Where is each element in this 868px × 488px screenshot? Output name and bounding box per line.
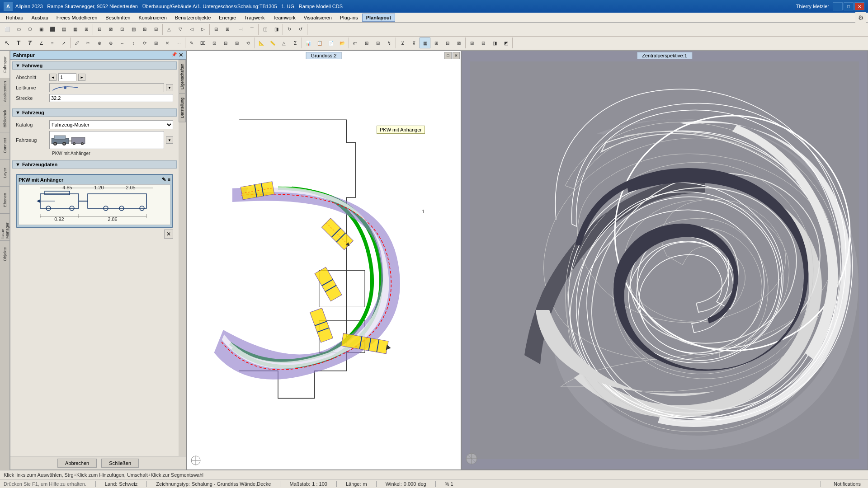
tb-aendern-2[interactable]: ✂ [83, 38, 94, 48]
vehicle-edit-icon[interactable]: ✎ [162, 177, 166, 183]
tb-aendern-1[interactable]: 🖊 [71, 38, 82, 48]
left-tab-ebenen[interactable]: Ebenen [0, 186, 9, 213]
tb-ansichten-1[interactable]: ◫ [259, 24, 270, 35]
menu-ausbau[interactable]: Ausbau [28, 14, 52, 22]
left-tab-assistenten[interactable]: Assistenten [0, 78, 9, 105]
tb-filter-6[interactable]: ⊠ [453, 38, 464, 48]
tb-attr-2[interactable]: ⊞ [361, 38, 372, 48]
tb-ansichten-2[interactable]: ◨ [271, 24, 282, 35]
tb-filter-3[interactable]: ▦ [420, 38, 430, 48]
tb-dach-4[interactable]: ▷ [198, 24, 208, 35]
tb-oeff-2[interactable]: ⊠ [105, 24, 116, 35]
tb-aendern-7[interactable]: ⟳ [139, 38, 150, 48]
tb-filter-2[interactable]: ⊼ [408, 38, 419, 48]
tb-update-1[interactable]: ↻ [284, 24, 295, 35]
tb-bearb-1[interactable]: ✎ [186, 38, 197, 48]
menu-planlayout[interactable]: Planlayout [362, 14, 396, 22]
minimize-button[interactable]: — [833, 2, 843, 10]
tb-schnell-4[interactable]: ∠ [36, 38, 47, 48]
viewport-2d[interactable]: Grundriss:2 □ ✕ PKW mit Anhänger [186, 51, 461, 470]
panel-tab-eigenschaften[interactable]: Eigenschaften [179, 60, 186, 94]
tb-gelaender-2[interactable]: ⊤ [246, 24, 257, 35]
fahrweg-section-header[interactable]: ▼ Fahrweg [12, 61, 177, 70]
abschnitt-prev-button[interactable]: ◄ [49, 74, 57, 81]
tb-ausw-3[interactable]: 📄 [326, 38, 336, 48]
tb-ausw-1[interactable]: 📊 [303, 38, 314, 48]
tb-oeff-3[interactable]: ⊡ [117, 24, 127, 35]
tb-oeff-4[interactable]: ▧ [128, 24, 139, 35]
tb-filter-5[interactable]: ⊟ [442, 38, 453, 48]
tb-aendern-10[interactable]: ⋯ [173, 38, 184, 48]
viewport-3d[interactable]: Zentralperspektive:1 [461, 51, 868, 470]
tb-aendern-3[interactable]: ⊕ [94, 38, 105, 48]
tb-arbeit-2[interactable]: ⊟ [478, 38, 489, 48]
fahrzeug-down-button[interactable]: ▼ [166, 136, 173, 144]
tb-sauteile-3[interactable]: ⬡ [24, 24, 35, 35]
tb-messen-1[interactable]: 📐 [256, 38, 267, 48]
tb-arbeit-4[interactable]: ◩ [500, 38, 511, 48]
tb-schnell-text[interactable]: T [13, 38, 24, 48]
tb-aendern-6[interactable]: ↕ [128, 38, 139, 48]
tb-schnell-5[interactable]: ≡ [47, 38, 58, 48]
menu-teamwork[interactable]: Teamwork [269, 14, 300, 22]
tb-attr-4[interactable]: ↯ [384, 38, 395, 48]
menu-freies-modellieren[interactable]: Freies Modellieren [52, 14, 101, 22]
tb-update-2[interactable]: ↺ [295, 24, 306, 35]
tb-dach-3[interactable]: ◁ [186, 24, 197, 35]
tb-bearb-4[interactable]: ⊟ [220, 38, 231, 48]
vehicle-delete-button[interactable]: ✕ [164, 230, 173, 239]
tb-sauteile-8[interactable]: ⊞ [81, 24, 92, 35]
tb-aendern-5[interactable]: ↔ [117, 38, 127, 48]
menu-benutzerobjekte[interactable]: Benutzerobjekte [171, 14, 215, 22]
fahrspur-close-button[interactable]: ✕ [179, 52, 183, 58]
katalog-select[interactable]: Fahrzeug-Muster [49, 120, 173, 129]
tb-sauteile-5[interactable]: ⬛ [47, 24, 58, 35]
tb-gelaender-1[interactable]: ⊣ [235, 24, 246, 35]
tb-oeff-1[interactable]: ⊟ [94, 24, 105, 35]
tb-sauteile-2[interactable]: ▭ [13, 24, 24, 35]
tb-oeff-5[interactable]: ⊞ [139, 24, 150, 35]
leitkurve-down-button[interactable]: ▼ [166, 84, 173, 91]
tb-attr-1[interactable]: 🏷 [350, 38, 361, 48]
menu-visualisieren[interactable]: Visualisieren [300, 14, 336, 22]
tb-aendern-4[interactable]: ⊖ [105, 38, 116, 48]
tb-attr-3[interactable]: ⊟ [373, 38, 383, 48]
left-tab-bibliothek[interactable]: Bibliothek [0, 105, 9, 132]
tb-oeff-6[interactable]: ⊟ [151, 24, 161, 35]
fahrspur-pin-icon[interactable]: 📌 [171, 52, 177, 58]
tb-treppe-1[interactable]: ⊟ [211, 24, 222, 35]
tb-sauteile-1[interactable]: ⬜ [2, 24, 13, 35]
menu-energie[interactable]: Energie [215, 14, 240, 22]
tb-aendern-9[interactable]: ✕ [162, 38, 173, 48]
viewport-2d-maximize-button[interactable]: □ [444, 52, 452, 59]
tb-bearb-2[interactable]: ⌧ [198, 38, 208, 48]
tb-bearb-3[interactable]: ⊡ [209, 38, 220, 48]
notifications-label[interactable]: Notifications [830, 481, 864, 487]
viewport-2d-close-button[interactable]: ✕ [453, 52, 460, 59]
settings-button[interactable]: ⚙ [855, 12, 866, 23]
left-tab-fahrspur[interactable]: Fahrspur [0, 51, 9, 78]
menu-konstruieren[interactable]: Konstruieren [134, 14, 170, 22]
tb-sauteile-7[interactable]: ▦ [70, 24, 80, 35]
tb-arbeit-3[interactable]: ◨ [489, 38, 500, 48]
tb-ausw-4[interactable]: 📂 [337, 38, 348, 48]
menu-beschriften[interactable]: Beschriften [101, 14, 134, 22]
menu-plugins[interactable]: Plug-ins [336, 14, 362, 22]
left-tab-objekte[interactable]: Objekte [0, 240, 9, 267]
tb-dach-1[interactable]: △ [164, 24, 175, 35]
tb-filter-1[interactable]: ⊻ [397, 38, 408, 48]
tb-bearb-6[interactable]: ⟲ [243, 38, 254, 48]
maximize-button[interactable]: □ [844, 2, 854, 10]
close-button[interactable]: ✕ [854, 2, 864, 10]
tb-aendern-8[interactable]: ⊞ [151, 38, 161, 48]
left-tab-issuemanager[interactable]: Issue Manager [0, 213, 9, 240]
abbrechen-button[interactable]: Abbrechen [57, 459, 97, 468]
tb-filter-4[interactable]: ⊞ [431, 38, 442, 48]
tb-schnell-text2[interactable]: T [24, 38, 35, 48]
tb-messen-4[interactable]: Σ [290, 38, 301, 48]
tb-treppe-2[interactable]: ⊞ [222, 24, 233, 35]
left-tab-layer[interactable]: Layer [0, 159, 9, 186]
tb-dach-2[interactable]: ▽ [175, 24, 186, 35]
vehicle-list-icon[interactable]: ≡ [168, 177, 170, 183]
fahrzeugdaten-section-header[interactable]: ▼ Fahrzeugdaten [12, 160, 177, 169]
